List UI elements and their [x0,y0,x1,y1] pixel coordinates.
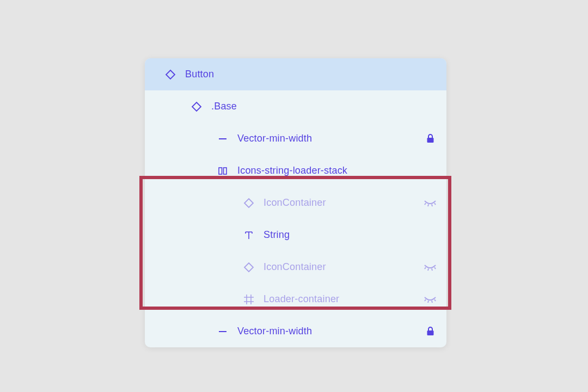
svg-rect-3 [224,168,227,174]
layer-label: IconContainer [264,197,419,209]
layer-row-button[interactable]: Button [145,58,446,90]
svg-line-19 [434,299,436,301]
svg-rect-1 [427,138,433,143]
layer-label: String [264,229,437,241]
line-icon [216,132,230,146]
layer-row-icons-string-loader-stack[interactable]: Icons-string-loader-stack [145,155,446,187]
svg-line-18 [432,301,432,303]
svg-line-11 [434,267,436,269]
component-icon [242,196,256,210]
component-icon [242,260,256,274]
layer-label: Icons-string-loader-stack [237,165,437,176]
layer-row-string[interactable]: String [145,219,446,251]
text-icon [242,228,256,242]
layer-row-vector-min-width[interactable]: Vector-min-width [145,315,446,347]
layer-label: Vector-min-width [237,133,419,144]
svg-rect-2 [219,168,222,174]
layer-row-vector-min-width[interactable]: Vector-min-width [145,122,446,155]
svg-line-10 [432,268,432,271]
layer-row-icon-container[interactable]: IconContainer [145,251,446,283]
frame-icon [242,292,256,307]
lock-icon[interactable] [424,325,437,338]
hidden-icon[interactable] [424,261,437,274]
svg-line-5 [428,204,428,206]
layer-row-loader-container[interactable]: Loader-container [145,283,446,315]
line-icon [216,324,230,339]
hidden-icon[interactable] [424,197,437,210]
component-icon [189,100,204,114]
hidden-icon[interactable] [424,293,437,306]
svg-line-4 [425,203,426,205]
svg-line-16 [425,299,426,301]
svg-line-8 [425,267,426,269]
svg-rect-21 [427,330,433,335]
layer-row-icon-container[interactable]: IconContainer [145,187,446,219]
svg-line-6 [432,204,432,206]
svg-line-9 [428,268,428,271]
layer-label: .Base [211,101,437,112]
svg-line-17 [428,301,428,303]
lock-icon[interactable] [424,132,437,145]
layer-label: Vector-min-width [237,326,419,337]
layers-panel: Button .Base Vector-min-width Icons-stri… [145,58,446,347]
component-icon [163,68,177,82]
layer-label: Loader-container [264,293,419,305]
horizontal-stack-icon [216,164,230,178]
layer-label: Button [185,69,437,80]
layer-label: IconContainer [264,261,419,273]
svg-line-7 [434,203,436,205]
layer-row-base[interactable]: .Base [145,90,446,122]
